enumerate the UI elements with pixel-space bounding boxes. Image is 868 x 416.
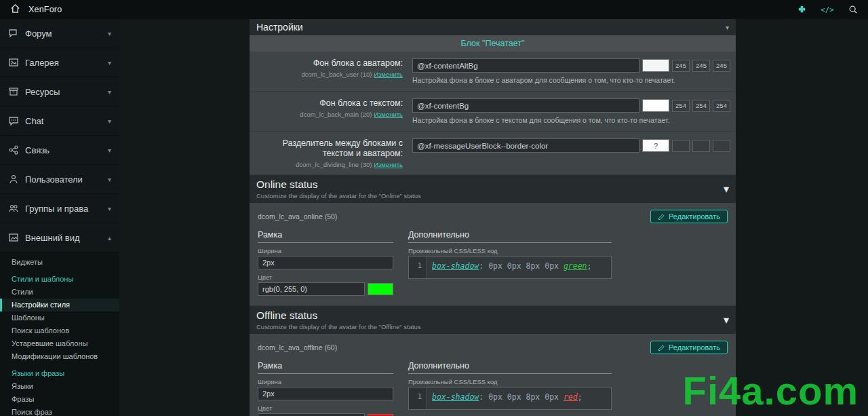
edit-property-link[interactable]: Изменить — [374, 71, 403, 78]
chevron-down-icon: ▾ — [108, 88, 111, 96]
sidebar-subitem-outdated-templates[interactable]: Устаревшие шаблоны — [0, 337, 119, 350]
color-value-input[interactable] — [412, 138, 639, 153]
home-button[interactable] — [8, 3, 22, 16]
width-input[interactable] — [258, 256, 393, 269]
edit-button[interactable]: Редактировать — [650, 210, 728, 223]
color-input[interactable] — [258, 282, 365, 296]
collapse-caret-icon: ▾ — [726, 24, 729, 31]
rgb-g-input[interactable]: 245 — [692, 60, 710, 72]
rgb-b-input[interactable]: 254 — [713, 100, 730, 112]
edit-property-link[interactable]: Изменить — [374, 111, 403, 118]
color-swatch[interactable]: ? — [642, 139, 669, 152]
sidebar-subitem-styles-templates[interactable]: Стили и шаблоны — [0, 273, 119, 286]
extra-column: Дополнительно Произвольный CSS/LESS код … — [408, 230, 612, 296]
sidebar-item-label: Связь — [25, 145, 50, 155]
rgb-r-input[interactable]: 254 — [672, 100, 690, 112]
extra-column: Дополнительно Произвольный CSS/LESS код … — [408, 361, 612, 416]
rgb-g-input[interactable] — [692, 140, 710, 152]
sidebar-item-label: Пользователи — [25, 174, 83, 185]
sidebar-item-groups[interactable]: Группы и права ▾ — [0, 194, 119, 223]
user-icon — [8, 174, 19, 185]
chevron-down-icon: ▾ — [108, 59, 111, 67]
sidebar-item-communication[interactable]: Связь ▾ — [0, 136, 119, 165]
setting-meta: dcom_lc_back_user (10) Изменить — [250, 71, 403, 78]
sidebar-subitem-languages[interactable]: Языки — [0, 380, 119, 393]
sidebar-subitem-templates[interactable]: Шаблоны — [0, 311, 119, 324]
sidebar-item-forum[interactable]: Форум ▾ — [0, 19, 119, 48]
line-number: 1 — [409, 257, 427, 278]
color-value-input[interactable] — [412, 98, 639, 113]
frame-column: Рамка Ширина Цвет — [258, 361, 393, 416]
appearance-submenu: Виджеты Стили и шаблоны Стили Настройки … — [0, 252, 119, 416]
sidebar-subitem-search-phrases[interactable]: Поиск фраз — [0, 406, 119, 416]
users-group-icon — [8, 203, 19, 214]
code-line: box-shadow: 0px 0px 8px 0px green; — [427, 257, 597, 278]
chevron-down-icon: ▾ — [108, 30, 111, 37]
color-swatch[interactable] — [368, 283, 393, 295]
offline-section-header[interactable]: Offline status Customize the display of … — [250, 306, 736, 334]
sidebar-item-label: Ресурсы — [25, 87, 60, 97]
extra-heading: Дополнительно — [408, 361, 612, 374]
sidebar-item-label: Внешний вид — [25, 233, 80, 243]
color-label: Цвет — [258, 273, 393, 281]
setting-row-text-bg: Фон блока с текстом: dcom_lc_back_main (… — [250, 92, 736, 132]
setting-meta-id: dcom_lc_dividing_line (30) — [296, 161, 372, 168]
css-code-editor[interactable]: 1 box-shadow: 0px 0px 8px 0px red; — [408, 387, 612, 410]
rgb-b-input[interactable] — [713, 140, 730, 152]
setting-description: Настройка фона в блоке с текстом для соо… — [412, 116, 730, 125]
sidebar-item-label: Группы и права — [25, 204, 88, 214]
sidebar-subitem-languages-phrases[interactable]: Языки и фразы — [0, 367, 119, 380]
css-code-editor[interactable]: 1 box-shadow: 0px 0px 8px 0px green; — [408, 256, 612, 279]
edit-property-link[interactable]: Изменить — [374, 161, 403, 168]
online-section-body: dcom_lc_ava_online (50) Редактировать Ра… — [250, 203, 736, 306]
setting-label-text: Разделитель между блоками с текстом и ав… — [250, 138, 403, 159]
settings-section-header[interactable]: Настройки ▾ — [250, 19, 736, 35]
search-icon[interactable] — [846, 3, 860, 16]
color-swatch[interactable] — [642, 99, 669, 112]
collapse-caret-icon: ▾ — [724, 314, 729, 326]
sidebar-item-resources[interactable]: Ресурсы ▾ — [0, 77, 119, 107]
gallery-icon — [8, 57, 19, 68]
setting-meta-id: dcom_lc_back_main (20) — [300, 111, 372, 118]
sidebar-subitem-styles[interactable]: Стили — [0, 286, 119, 299]
sidebar-item-label: Форум — [25, 29, 52, 39]
rgb-r-input[interactable] — [672, 140, 690, 152]
color-value-input[interactable] — [412, 58, 639, 73]
sidebar-subitem-template-modifications[interactable]: Модификации шаблонов — [0, 350, 119, 363]
sidebar-item-gallery[interactable]: Галерея ▾ — [0, 48, 119, 77]
width-label: Ширина — [258, 378, 393, 385]
setting-label: Разделитель между блоками с текстом и ав… — [250, 138, 412, 168]
setting-row-divider: Разделитель между блоками с текстом и ав… — [250, 132, 736, 175]
frame-heading: Рамка — [258, 361, 393, 374]
sidebar-item-label: Chat — [25, 116, 43, 126]
chevron-down-icon: ▾ — [108, 117, 111, 125]
color-swatch[interactable] — [642, 59, 669, 72]
rgb-r-input[interactable]: 245 — [672, 60, 690, 72]
edit-button[interactable]: Редактировать — [650, 341, 728, 354]
rgb-g-input[interactable]: 254 — [692, 100, 710, 112]
sidebar-subitem-phrases[interactable]: Фразы — [0, 393, 119, 406]
offline-property-id: dcom_lc_ava_offline (60) — [258, 341, 337, 352]
addons-icon[interactable] — [795, 3, 808, 16]
sidebar-subitem-style-properties[interactable]: Настройки стиля — [0, 299, 119, 311]
setting-meta-id: dcom_lc_back_user (10) — [301, 71, 372, 78]
pencil-icon — [658, 344, 665, 352]
rgb-b-input[interactable]: 245 — [713, 60, 730, 72]
share-nodes-icon — [8, 145, 19, 155]
sidebar-item-appearance[interactable]: Внешний вид ▴ — [0, 223, 119, 252]
chevron-down-icon: ▾ — [108, 176, 111, 183]
setting-label: Фон блока с текстом: dcom_lc_back_main (… — [250, 98, 412, 125]
sidebar-item-users[interactable]: Пользователи ▾ — [0, 165, 119, 194]
code-icon[interactable]: </> — [821, 3, 834, 16]
code-line: box-shadow: 0px 0px 8px 0px red; — [427, 387, 588, 409]
sidebar-item-chat[interactable]: Chat ▾ — [0, 107, 119, 136]
pencil-icon — [658, 213, 665, 221]
sidebar-subitem-search-templates[interactable]: Поиск шаблонов — [0, 324, 119, 337]
offline-section-body: dcom_lc_ava_offline (60) Редактировать Р… — [250, 334, 736, 416]
topbar-actions: </> — [795, 3, 860, 16]
sidebar-subitem-widgets[interactable]: Виджеты — [0, 256, 119, 269]
setting-control: 254 254 254 Настройка фона в блоке с тек… — [412, 98, 730, 125]
color-input[interactable] — [258, 413, 365, 416]
width-input[interactable] — [258, 387, 393, 400]
online-section-header[interactable]: Online status Customize the display of t… — [250, 175, 736, 203]
